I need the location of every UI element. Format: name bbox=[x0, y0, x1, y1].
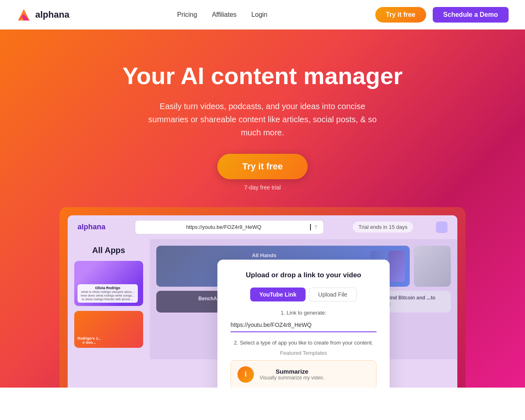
app-left-panel: All Apps Olivia Rodrigo what is olivia r… bbox=[68, 239, 150, 359]
modal-title: Upload or drop a link to your video bbox=[231, 271, 377, 279]
hero-subtitle: Easily turn videos, podcasts, and your i… bbox=[139, 100, 386, 139]
info-icon: i bbox=[244, 370, 247, 379]
alphana-logo-icon bbox=[16, 7, 31, 22]
video-thumb-2: Rodrigo's J...o Son... bbox=[74, 311, 143, 348]
app-topbar: alphana https://youtu.be/FOZ4r8_HeWQ ? T… bbox=[68, 215, 457, 239]
modal-tab-youtube[interactable]: YouTube Link bbox=[250, 288, 305, 301]
modal-select-label: 2. Select a type of app you like to crea… bbox=[231, 340, 377, 346]
nav-affiliates[interactable]: Affiliates bbox=[212, 11, 237, 18]
nav-try-free-button[interactable]: Try it free bbox=[375, 7, 426, 23]
modal-card-icon: i bbox=[237, 366, 254, 383]
all-apps-title: All Apps bbox=[74, 246, 143, 255]
modal-card-desc: Visually summarize my video. bbox=[260, 375, 324, 381]
trial-collapse-button[interactable] bbox=[436, 221, 447, 233]
hero-cta-button[interactable]: Try it free bbox=[217, 154, 307, 179]
nav-actions: Try it free Schedule a Demo bbox=[375, 7, 509, 23]
logo: alphana bbox=[16, 7, 69, 22]
modal-featured-label: Featured Templates bbox=[231, 350, 377, 356]
thumb1-desc: what is olivia rodrigo vampire abou... bbox=[81, 290, 135, 294]
app-preview-inner: alphana https://youtu.be/FOZ4r8_HeWQ ? T… bbox=[68, 215, 457, 388]
logo-text: alphana bbox=[35, 9, 69, 20]
navbar: alphana Pricing Affiliates Login Try it … bbox=[0, 0, 525, 30]
modal-link-input[interactable] bbox=[231, 318, 377, 332]
nav-schedule-button[interactable]: Schedule a Demo bbox=[433, 7, 509, 23]
nav-links: Pricing Affiliates Login bbox=[177, 11, 267, 18]
url-cursor bbox=[310, 224, 311, 231]
app-logo: alphana bbox=[78, 223, 105, 231]
thumb1-name: Olivia Rodrigo bbox=[81, 286, 135, 290]
trial-badge: Trial ends in 15 days bbox=[353, 221, 413, 233]
modal-overlay: Upload or drop a link to your video YouT… bbox=[150, 239, 457, 359]
app-url-bar[interactable]: https://youtu.be/FOZ4r8_HeWQ ? bbox=[135, 220, 324, 234]
modal-card-text: Summarize Visually summarize my video. bbox=[260, 368, 324, 381]
modal-box: Upload or drop a link to your video YouT… bbox=[217, 260, 390, 388]
modal-area: Upload or drop a link to your video YouT… bbox=[150, 239, 457, 359]
hero-trial-note: 7-day free trial bbox=[8, 184, 517, 191]
hero-title: Your AI content manager bbox=[8, 62, 517, 90]
nav-login[interactable]: Login bbox=[251, 11, 267, 18]
url-value: https://youtu.be/FOZ4r8_HeWQ bbox=[141, 224, 307, 230]
video-thumb-1: Olivia Rodrigo what is olivia rodrigo va… bbox=[74, 261, 143, 306]
hero-section: Your AI content manager Easily turn vide… bbox=[0, 30, 525, 388]
nav-pricing[interactable]: Pricing bbox=[177, 11, 197, 18]
thumb2-label: Rodrigo's J...o Son... bbox=[78, 336, 101, 345]
app-content: All Apps Olivia Rodrigo what is olivia r… bbox=[68, 239, 457, 359]
modal-link-label: 1. Link to generate: bbox=[231, 310, 377, 316]
modal-card-title: Summarize bbox=[260, 368, 324, 375]
modal-tab-upload[interactable]: Upload File bbox=[309, 288, 357, 301]
modal-template-card[interactable]: i Summarize Visually summarize my video. bbox=[231, 360, 377, 388]
url-help-icon: ? bbox=[314, 224, 317, 230]
modal-tabs: YouTube Link Upload File bbox=[231, 288, 377, 301]
app-preview-wrapper: alphana https://youtu.be/FOZ4r8_HeWQ ? T… bbox=[59, 207, 466, 388]
